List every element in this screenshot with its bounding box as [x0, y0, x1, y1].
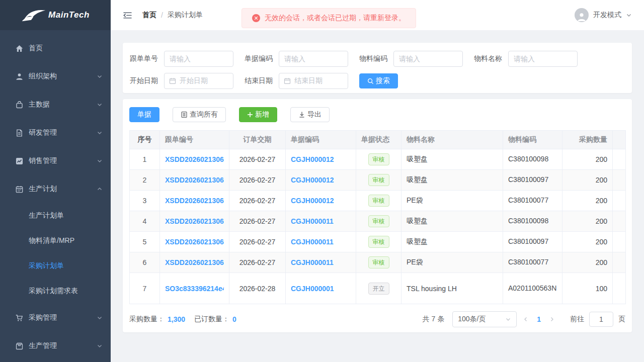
cell-extra	[613, 211, 626, 232]
sidebar-item-rnd[interactable]: 研发管理	[0, 119, 111, 147]
track-no-link[interactable]: XSDD2026021306..	[165, 197, 224, 205]
sidebar-subitem-purchase-plan-order[interactable]: 采购计划单	[0, 253, 111, 279]
bag-icon	[15, 101, 24, 109]
export-button[interactable]: 导出	[290, 107, 330, 122]
track-no-link[interactable]: SO3c833396214e40	[165, 285, 224, 293]
cell-seq: 5	[130, 232, 160, 252]
doc-code-link[interactable]: CGJH000012	[291, 176, 351, 184]
track-no-link[interactable]: XSDD2026021306..	[165, 238, 224, 246]
pagination: 共 7 条 100条/页 1 前往 页	[423, 311, 625, 327]
sidebar-subitem-purchase-plan-demand[interactable]: 采购计划需求表	[0, 279, 111, 304]
cell-mat-code: C380100097	[503, 170, 562, 191]
docs-button[interactable]: 单据	[129, 107, 159, 122]
add-button[interactable]: 新增	[239, 107, 277, 122]
submenu-label: 采购计划单	[29, 261, 64, 270]
sidebar-collapse-icon[interactable]	[123, 11, 132, 20]
cell-qty: 200	[562, 170, 613, 191]
filter-label-mat-name: 物料名称	[474, 54, 502, 63]
sidebar-subitem-production-plan-order[interactable]: 生产计划单	[0, 203, 111, 228]
cell-mat-code: C380100098	[503, 211, 562, 232]
purchase-plan-table: 序号 跟单编号 订单交期 单据编码 单据状态 物料名称 物料编码 采购数量 1 …	[129, 130, 626, 304]
sidebar-item-label: 生产管理	[29, 341, 97, 350]
cart-icon	[15, 314, 24, 322]
prev-page-icon[interactable]	[517, 316, 535, 322]
sidebar-item-master-data[interactable]: 主数据	[0, 90, 111, 119]
sidebar-item-production-plan[interactable]: 生产计划	[0, 175, 111, 203]
table-row: 6 XSDD2026021306.. 2026-02-27 CGJH000011…	[130, 252, 626, 273]
cell-due: 2026-02-27	[229, 232, 286, 252]
sidebar-item-label: 主数据	[29, 100, 97, 109]
track-no-link[interactable]: XSDD2026021306..	[165, 217, 224, 225]
filter-label-mat-code: 物料编码	[359, 54, 387, 63]
filter-panel: 跟单单号 单据编码 物料编码 物料名称 开始日期 开始日期 结束日期 结束日期 …	[123, 43, 632, 93]
breadcrumb-root[interactable]: 首页	[142, 11, 156, 20]
col-extra	[613, 131, 626, 149]
mat-name-input[interactable]	[508, 51, 578, 67]
doc-code-link[interactable]: CGJH000011	[291, 217, 351, 225]
table-header-row: 序号 跟单编号 订单交期 单据编码 单据状态 物料名称 物料编码 采购数量	[130, 131, 626, 149]
cell-seq: 1	[130, 149, 160, 170]
page-size-select[interactable]: 100条/页	[452, 311, 517, 327]
cell-material: PE袋	[401, 252, 503, 273]
main-area: 首页 / 采购计划单 ✕ 无效的会话，或者会话已过期，请重新登录。 开发模式 跟…	[111, 0, 644, 362]
search-button[interactable]: 搜索	[359, 73, 398, 88]
cell-extra	[613, 149, 626, 170]
cell-qty: 200	[562, 252, 613, 273]
doc-code-input[interactable]	[279, 51, 348, 67]
cell-seq: 4	[130, 211, 160, 232]
cell-mat-code: C380100098	[503, 149, 562, 170]
end-date-input[interactable]: 结束日期	[279, 73, 348, 89]
mat-code-input[interactable]	[393, 51, 463, 67]
goto-page-input[interactable]	[589, 312, 613, 327]
sidebar-item-sales[interactable]: 销售管理	[0, 147, 111, 175]
next-page-icon[interactable]	[543, 316, 561, 322]
calendar-icon	[15, 185, 24, 194]
track-no-link[interactable]: XSDD2026021306..	[165, 155, 224, 163]
cell-extra	[613, 273, 626, 304]
cell-material: 吸塑盘	[401, 211, 503, 232]
current-page[interactable]: 1	[535, 315, 543, 323]
top-bar: 首页 / 采购计划单 ✕ 无效的会话，或者会话已过期，请重新登录。 开发模式	[111, 0, 644, 30]
chevron-down-icon	[97, 102, 103, 108]
col-material: 物料名称	[401, 131, 503, 149]
sidebar-item-manufacturing[interactable]: 生产管理	[0, 332, 111, 360]
user-menu[interactable]: 开发模式	[575, 8, 632, 22]
cell-qty: 200	[562, 211, 613, 232]
cell-extra	[613, 252, 626, 273]
track-no-input[interactable]	[164, 51, 233, 67]
sidebar-item-label: 采购管理	[29, 313, 97, 322]
track-no-link[interactable]: XSDD2026021306..	[165, 176, 224, 184]
track-no-link[interactable]: XSDD2026021306..	[165, 258, 224, 266]
logo-text: MainTech	[48, 10, 90, 20]
chevron-down-icon	[97, 158, 103, 164]
breadcrumb-current: 采购计划单	[168, 11, 203, 20]
col-mat-code: 物料编码	[503, 131, 562, 149]
purchase-qty-value: 1,300	[168, 315, 185, 323]
sidebar-item-label: 销售管理	[29, 156, 97, 165]
cell-material: 吸塑盘	[401, 170, 503, 191]
col-status: 单据状态	[356, 131, 401, 149]
sidebar-subitem-bom-mrp[interactable]: 物料清单/MRP	[0, 228, 111, 253]
query-all-button[interactable]: 查询所有	[173, 107, 226, 122]
doc-code-link[interactable]: CGJH000011	[291, 238, 351, 246]
goto-suffix: 页	[618, 315, 625, 324]
start-date-input[interactable]: 开始日期	[164, 73, 233, 89]
doc-code-link[interactable]: CGJH000012	[291, 155, 351, 163]
doc-code-link[interactable]: CGJH000012	[291, 197, 351, 205]
doc-code-link[interactable]: CGJH000001	[291, 285, 351, 293]
status-badge: 审核	[368, 195, 389, 207]
status-badge: 审核	[368, 215, 389, 227]
ordered-qty-label: 已订数量：	[194, 315, 229, 324]
sidebar-item-purchasing[interactable]: 采购管理	[0, 304, 111, 332]
cell-extra	[613, 170, 626, 191]
table-row: 3 XSDD2026021306.. 2026-02-27 CGJH000012…	[130, 191, 626, 211]
error-circle-icon: ✕	[252, 14, 260, 22]
sidebar-item-home[interactable]: 首页	[0, 34, 111, 62]
doc-code-link[interactable]: CGJH000011	[291, 258, 351, 266]
plus-icon	[247, 112, 253, 118]
cell-mat-code: C380100077	[503, 191, 562, 211]
cell-due: 2026-02-28	[229, 273, 286, 304]
search-icon	[367, 78, 374, 84]
sidebar-item-org[interactable]: 组织架构	[0, 62, 111, 90]
table-row: 1 XSDD2026021306.. 2026-02-27 CGJH000012…	[130, 149, 626, 170]
